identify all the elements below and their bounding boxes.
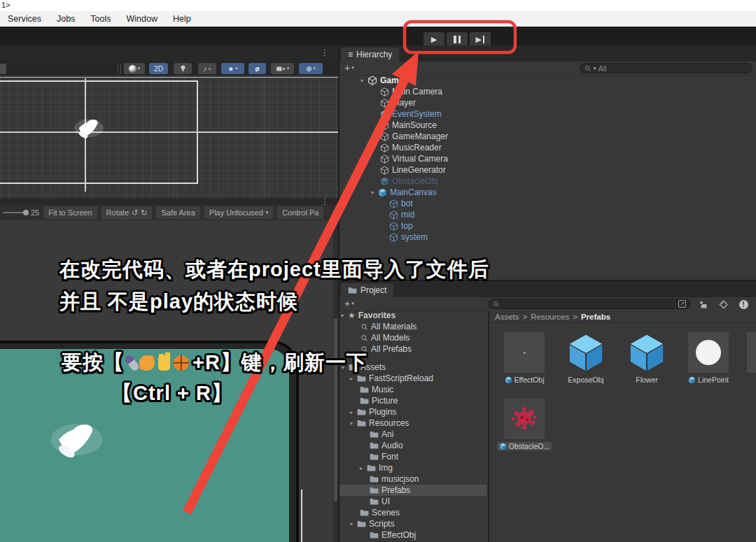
prefab-row[interactable]: ▾MainCanvas <box>340 187 756 198</box>
play-button[interactable]: ▶ <box>424 32 444 47</box>
asset-item-linepoint[interactable]: LinePoint <box>678 332 739 385</box>
scene-audio-button[interactable]: ♪× <box>198 63 216 74</box>
folder-row[interactable]: Ani <box>340 429 486 440</box>
dropdown-arrow-icon: ▾ <box>351 65 354 71</box>
project-toolbar: +▾ ↗ ! <box>340 297 756 311</box>
folder-row[interactable]: ▾Scripts <box>340 518 486 529</box>
camera-settings-button[interactable]: ▾ <box>271 63 294 74</box>
draw-mode-button[interactable]: ▾ <box>124 63 145 74</box>
prefab-child-row[interactable]: mid <box>340 209 756 220</box>
filter-by-type-button[interactable] <box>695 299 710 310</box>
device-screen <box>0 349 289 542</box>
collapse-arrow-icon[interactable]: ▾ <box>350 420 357 427</box>
expand-arrow-icon[interactable]: ▸ <box>350 409 357 415</box>
scene-menu-dots-icon[interactable]: ⋮ <box>321 49 329 56</box>
tab-hierarchy[interactable]: ≡ Hierarchy <box>341 48 399 62</box>
tab-project[interactable]: Project <box>341 283 393 297</box>
saved-search-row[interactable]: All Models <box>340 332 486 343</box>
folder-row-prefabs-selected[interactable]: Prefabs <box>340 485 486 496</box>
rotate-ccw-icon[interactable]: ↺ <box>132 208 138 217</box>
gameobject-row[interactable]: Virtual Camera <box>340 153 756 164</box>
scrollbar-thumb[interactable] <box>334 318 337 501</box>
folder-row[interactable]: ▸Plugins <box>340 406 486 418</box>
create-asset-button[interactable]: +▾ <box>344 298 354 309</box>
hierarchy-search-input[interactable]: ▾ All <box>580 63 752 73</box>
menu-tools[interactable]: Tools <box>83 14 118 24</box>
collapse-arrow-icon[interactable]: ▾ <box>350 521 357 527</box>
scene-row[interactable]: ▾Game <box>340 75 756 86</box>
create-object-button[interactable]: +▾ <box>344 62 354 73</box>
safe-area-button[interactable]: Safe Area <box>156 206 200 219</box>
scale-slider-knob[interactable] <box>23 210 29 215</box>
gameobject-row[interactable]: Main Camera <box>340 86 756 97</box>
collapse-arrow-icon[interactable]: ▾ <box>371 190 378 196</box>
prefab-row-disabled[interactable]: ObstacleObj <box>340 176 756 187</box>
folder-row[interactable]: Scenes <box>340 507 486 518</box>
scene-view[interactable] <box>0 77 338 198</box>
rotate-cw-icon[interactable]: ↻ <box>141 208 147 217</box>
hidden-objects-button[interactable]: ø <box>248 63 266 74</box>
saved-search-row[interactable]: All Materials <box>340 321 486 332</box>
folder-row[interactable]: Audio <box>340 440 486 451</box>
gameobject-row[interactable]: Player <box>340 97 756 108</box>
search-placeholder: All <box>598 64 607 73</box>
expand-arrow-icon[interactable]: ▸ <box>360 465 367 471</box>
prefab-child-row[interactable]: top <box>340 220 756 231</box>
menu-window[interactable]: Window <box>119 14 165 24</box>
gameobject-row[interactable]: LineGenerator <box>340 164 756 176</box>
open-search-window-icon[interactable]: ↗ <box>678 300 686 308</box>
sign-of-the-horns-emoji <box>158 355 170 371</box>
asset-item-obstacleobj[interactable]: ObstacleO... <box>493 399 555 451</box>
scale-slider[interactable] <box>3 212 27 213</box>
control-panel-button[interactable]: Control Pa <box>277 206 323 219</box>
simulator-toolbar: 25 Fit to Screen Rotate↺↻ Safe Area Play… <box>0 205 338 220</box>
asset-item-partial[interactable] <box>736 332 756 385</box>
player-bird-sprite[interactable] <box>72 115 106 143</box>
open-folder-icon <box>357 420 366 427</box>
folder-row[interactable]: ▸Img <box>340 462 486 473</box>
collapse-arrow-icon[interactable]: ▾ <box>360 78 368 84</box>
step-button[interactable]: ▶ <box>470 32 491 47</box>
gameobject-cube-icon <box>389 233 398 242</box>
tool-handle[interactable] <box>0 64 6 74</box>
menu-jobs[interactable]: Jobs <box>49 14 83 24</box>
gizmos-button[interactable]: ⊕▾ <box>299 63 323 74</box>
fit-to-screen-button[interactable]: Fit to Screen <box>43 206 97 219</box>
folder-row[interactable]: ▾Resources <box>340 418 486 429</box>
scene-lighting-button[interactable] <box>174 63 192 74</box>
2d-mode-button[interactable]: 2D <box>149 63 168 74</box>
folder-row[interactable]: musicjson <box>340 473 486 485</box>
rotate-buttons[interactable]: Rotate↺↻ <box>102 206 153 220</box>
filter-by-label-button[interactable] <box>715 299 731 310</box>
pause-button[interactable] <box>447 32 468 47</box>
gameobject-row[interactable]: MusicReader <box>340 142 756 153</box>
folder-row[interactable]: Picture <box>340 395 486 406</box>
project-search-input[interactable]: ↗ <box>488 299 691 309</box>
asset-item-flower[interactable]: Flower <box>616 332 678 385</box>
asset-item-exposeobj[interactable]: ExposeObj <box>555 332 617 385</box>
gameobject-row[interactable]: GameManager <box>340 131 756 142</box>
folder-row[interactable]: Font <box>340 451 486 462</box>
gameobject-row[interactable]: MainSource <box>340 120 756 131</box>
collapse-arrow-icon[interactable]: ▾ <box>341 313 348 319</box>
breadcrumb-prefabs[interactable]: Prefabs <box>581 313 610 321</box>
play-unfocused-dropdown[interactable]: Play Unfocused▾ <box>204 206 274 219</box>
folder-row[interactable]: Music <box>340 384 486 395</box>
menu-help[interactable]: Help <box>165 14 199 24</box>
game-menu-dots-icon[interactable]: ⋮ <box>321 198 329 205</box>
folder-row[interactable]: EffectObj <box>340 529 486 541</box>
effects-button[interactable]: ★▾ <box>221 63 244 74</box>
prefab-row[interactable]: EventSystem <box>340 108 756 120</box>
favorites-row[interactable]: ▾★Favorites <box>340 310 486 321</box>
breadcrumb-resources[interactable]: Resources <box>531 313 569 321</box>
folder-row[interactable]: UI <box>340 496 486 507</box>
prefab-child-row[interactable]: bot <box>340 198 756 209</box>
breadcrumb-separator: > <box>573 313 578 321</box>
menu-services[interactable]: Services <box>0 14 49 24</box>
gameobject-cube-icon <box>380 132 389 141</box>
prefab-child-row[interactable]: system <box>340 231 756 243</box>
basketball-emoji <box>174 355 189 371</box>
breadcrumb-assets[interactable]: Assets <box>495 313 519 321</box>
console-alert-button[interactable]: ! <box>736 299 751 310</box>
asset-item-effectobj[interactable]: EffectObj <box>493 332 555 385</box>
